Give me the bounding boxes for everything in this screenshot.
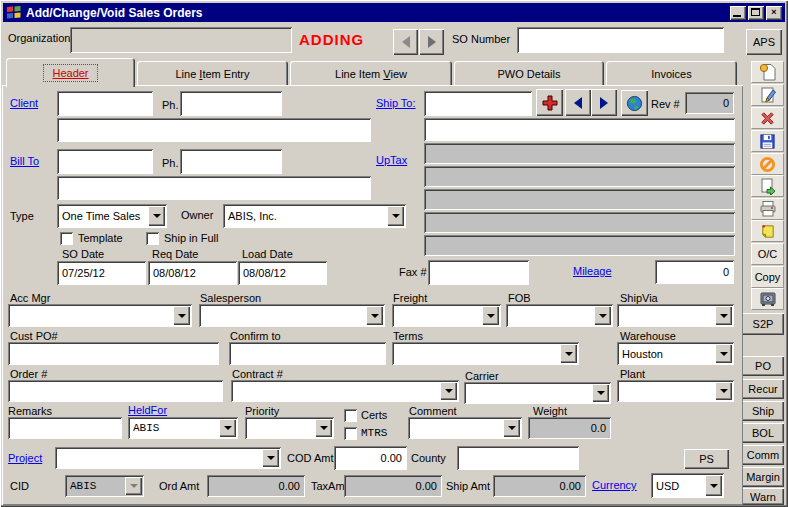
chevron-down-icon[interactable] [715, 344, 732, 363]
owner-dropdown[interactable]: ABIS, Inc. [223, 204, 406, 228]
heldfor-dropdown[interactable]: ABIS [128, 417, 238, 439]
client-name-input[interactable] [57, 118, 371, 142]
terms-dropdown[interactable] [392, 342, 579, 365]
chevron-down-icon[interactable] [592, 384, 609, 402]
chevron-down-icon[interactable] [594, 306, 611, 325]
ship-to-id-input[interactable] [424, 91, 532, 116]
delete-record-button[interactable] [751, 107, 784, 129]
prev-so-button[interactable] [393, 29, 418, 55]
priority-dropdown[interactable] [245, 417, 334, 439]
chevron-down-icon[interactable] [219, 419, 236, 437]
ship-to-next-button[interactable] [591, 89, 617, 116]
project-dropdown[interactable] [55, 447, 281, 469]
tab-header[interactable]: Header [6, 58, 135, 87]
margin-button[interactable]: Margin [742, 467, 784, 487]
ship-to-prev-button[interactable] [565, 89, 591, 116]
currency-dropdown[interactable]: USD [651, 473, 724, 498]
ship-to-name-input[interactable] [424, 118, 735, 141]
save-button[interactable] [751, 130, 784, 152]
ship-in-full-checkbox[interactable] [146, 232, 159, 245]
tab-line-item-view[interactable]: Line Item View [290, 61, 452, 86]
chevron-down-icon[interactable] [715, 306, 732, 325]
maximize-button[interactable] [748, 6, 764, 20]
heldfor-link[interactable]: HeldFor [128, 404, 167, 416]
client-phone-input[interactable] [180, 91, 282, 116]
bill-to-name-input[interactable] [57, 176, 371, 200]
shipvia-dropdown[interactable] [617, 304, 734, 327]
plant-dropdown[interactable] [617, 380, 734, 402]
acc-mgr-dropdown[interactable] [8, 304, 192, 327]
tab-pwo-details[interactable]: PWO Details [454, 61, 604, 86]
req-date-input[interactable]: 08/08/12 [148, 261, 237, 285]
carrier-dropdown[interactable] [464, 382, 611, 404]
chevron-down-icon[interactable] [715, 382, 732, 400]
tab-line-item-entry[interactable]: Line Item Entry [137, 61, 288, 86]
client-id-input[interactable] [57, 91, 153, 116]
fob-dropdown[interactable] [506, 304, 613, 327]
tab-invoices[interactable]: Invoices [606, 61, 737, 86]
recur-button[interactable]: Recur [742, 379, 784, 399]
mileage-link[interactable]: Mileage [573, 265, 612, 277]
cust-po-input[interactable] [8, 342, 219, 365]
vault-button[interactable] [751, 288, 784, 310]
map-button[interactable] [621, 90, 648, 116]
fax-input[interactable] [428, 260, 529, 285]
cod-amt-input[interactable]: 0.00 [334, 446, 407, 470]
so-number-input[interactable] [517, 27, 724, 53]
oc-button[interactable]: O/C [751, 243, 784, 265]
aps-button[interactable]: APS [746, 29, 782, 55]
so-date-input[interactable]: 07/25/12 [57, 261, 146, 285]
load-date-input[interactable]: 08/08/12 [238, 261, 327, 285]
currency-link[interactable]: Currency [592, 479, 637, 491]
add-ship-to-button[interactable] [536, 89, 563, 116]
chevron-down-icon[interactable] [262, 449, 279, 467]
comm-button[interactable]: Comm [742, 445, 784, 465]
certs-checkbox[interactable] [344, 409, 357, 422]
chevron-down-icon[interactable] [387, 206, 404, 226]
county-input[interactable] [457, 446, 579, 470]
bill-to-id-input[interactable] [57, 149, 153, 174]
cancel-button[interactable] [751, 153, 784, 175]
note-button[interactable] [751, 220, 784, 242]
salesperson-dropdown[interactable] [199, 304, 385, 327]
mtrs-checkbox[interactable] [344, 427, 357, 440]
s2p-button[interactable]: S2P [742, 313, 784, 335]
warn-button[interactable]: Warn [742, 488, 784, 505]
print-button[interactable] [751, 198, 784, 220]
ship-button[interactable]: Ship [742, 401, 784, 421]
bol-button[interactable]: BOL [742, 423, 784, 443]
export-button[interactable] [751, 175, 784, 197]
copy-button[interactable]: Copy [751, 266, 784, 288]
project-link[interactable]: Project [8, 452, 42, 464]
contract-number-dropdown[interactable] [231, 380, 459, 402]
order-number-input[interactable] [8, 380, 223, 402]
confirm-to-input[interactable] [229, 342, 386, 365]
chevron-down-icon[interactable] [173, 306, 190, 325]
mileage-input[interactable]: 0 [655, 260, 734, 284]
client-link[interactable]: Client [10, 97, 38, 109]
remarks-input[interactable] [8, 417, 122, 439]
chevron-down-icon[interactable] [503, 419, 520, 437]
template-checkbox[interactable] [60, 232, 73, 245]
type-dropdown[interactable]: One Time Sales [57, 204, 167, 228]
edit-record-button[interactable] [751, 84, 784, 106]
comment-dropdown[interactable] [408, 417, 522, 439]
chevron-down-icon[interactable] [440, 382, 457, 400]
bill-to-link[interactable]: Bill To [10, 155, 39, 167]
freight-dropdown[interactable] [392, 304, 501, 327]
organization-input[interactable] [70, 27, 292, 53]
chevron-down-icon[interactable] [482, 306, 499, 325]
ship-to-link[interactable]: Ship To: [376, 97, 416, 109]
chevron-down-icon[interactable] [705, 475, 722, 496]
chevron-down-icon[interactable] [366, 306, 383, 325]
warehouse-dropdown[interactable]: Houston [617, 342, 734, 365]
next-so-button[interactable] [419, 29, 444, 55]
chevron-down-icon[interactable] [315, 419, 332, 437]
chevron-down-icon[interactable] [148, 206, 165, 226]
new-record-button[interactable] [751, 61, 784, 83]
chevron-down-icon[interactable] [560, 344, 577, 363]
ps-button[interactable]: PS [684, 449, 729, 469]
uptax-link[interactable]: UpTax [376, 154, 407, 166]
bill-phone-input[interactable] [180, 149, 282, 174]
minimize-button[interactable] [730, 6, 746, 20]
